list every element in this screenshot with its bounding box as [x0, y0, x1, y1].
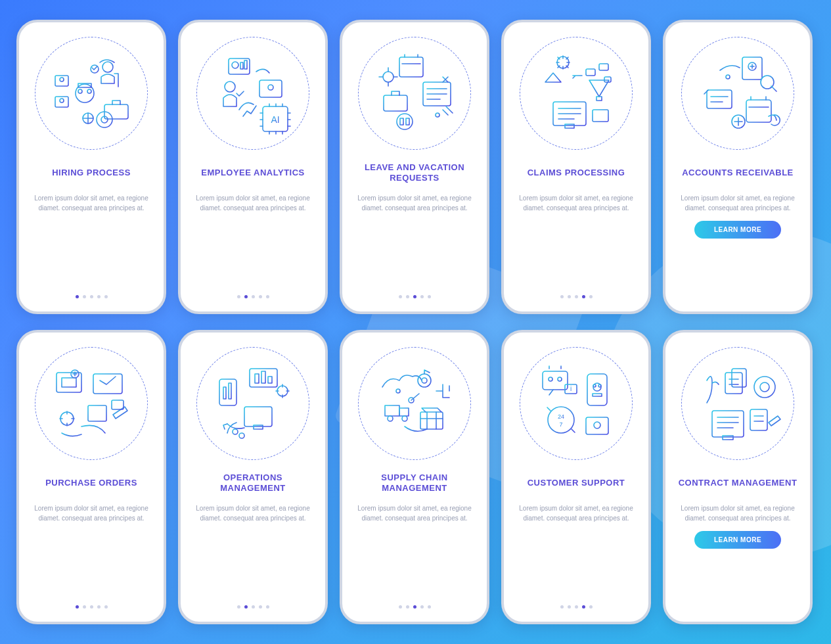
phone-screen: LEAVE AND VACATION REQUESTSLorem ipsum d… — [340, 20, 489, 314]
learn-more-button[interactable]: LEARN MORE — [694, 221, 781, 239]
screen-body-text: Lorem ipsum dolor sit amet, ea regione d… — [510, 503, 642, 523]
pagination-dot[interactable] — [575, 605, 578, 609]
svg-rect-35 — [599, 64, 608, 70]
phone-screen: AI EMPLOYEE ANALYTICSLorem ipsum dolor s… — [178, 20, 328, 314]
analytics-illustration-icon: AI — [196, 37, 309, 150]
pagination-dot[interactable] — [90, 295, 93, 298]
pagination-dot[interactable] — [399, 605, 402, 609]
pagination-dot[interactable] — [83, 295, 86, 298]
pagination-dot[interactable] — [76, 605, 79, 609]
screen-title: ACCOUNTS RECEIVABLE — [679, 162, 796, 184]
pagination-dot[interactable] — [266, 605, 269, 609]
pagination-dot[interactable] — [399, 295, 402, 298]
svg-rect-85 — [586, 417, 608, 434]
phone-screen: PURCHASE ORDERSLorem ipsum dolor sit ame… — [16, 330, 166, 624]
phone-screen: 247 i CUSTOMER SUPPORTLorem ipsum dolor … — [501, 330, 651, 624]
svg-rect-58 — [261, 371, 265, 383]
svg-point-79 — [593, 384, 596, 387]
phone-screen: OPERATIONS MANAGEMENTLorem ipsum dolor s… — [178, 330, 328, 624]
pagination-dot[interactable] — [237, 605, 240, 609]
pagination-dot[interactable] — [83, 605, 86, 609]
screen-body-text: Lorem ipsum dolor sit amet, ea regione d… — [187, 193, 319, 213]
pagination-dots — [399, 283, 431, 302]
pagination-dot[interactable] — [244, 295, 248, 298]
contract-illustration-icon — [681, 347, 794, 460]
screen-title: HIRING PROCESS — [49, 162, 133, 184]
pagination-dot[interactable] — [97, 295, 101, 298]
phone-screen: ACCOUNTS RECEIVABLELorem ipsum dolor sit… — [663, 20, 813, 314]
svg-point-70 — [388, 416, 393, 421]
pagination-dot[interactable] — [244, 605, 248, 609]
pagination-dot[interactable] — [560, 605, 564, 609]
accounts-illustration-icon — [681, 37, 794, 150]
pagination-dot[interactable] — [406, 605, 409, 609]
pagination-dot[interactable] — [97, 605, 101, 609]
pagination-dot[interactable] — [90, 605, 93, 609]
svg-text:24: 24 — [558, 413, 564, 420]
pagination-dot[interactable] — [582, 605, 585, 609]
svg-point-4 — [87, 89, 91, 93]
pagination-dot[interactable] — [76, 295, 79, 298]
pagination-dots — [560, 283, 593, 302]
svg-rect-21 — [240, 62, 243, 69]
screen-body-text: Lorem ipsum dolor sit amet, ea regione d… — [672, 193, 803, 213]
svg-rect-81 — [593, 394, 602, 396]
pagination-dot[interactable] — [589, 295, 593, 298]
pagination-dot[interactable] — [259, 605, 262, 609]
pagination-dot[interactable] — [252, 605, 255, 609]
svg-rect-50 — [88, 405, 106, 421]
pagination-dot[interactable] — [104, 295, 108, 298]
pagination-dot[interactable] — [568, 295, 571, 298]
screen-title: LEAVE AND VACATION REQUESTS — [349, 162, 480, 184]
screen-body-text: Lorem ipsum dolor sit amet, ea regione d… — [672, 503, 803, 523]
pagination-dot[interactable] — [413, 295, 416, 298]
svg-rect-38 — [593, 110, 608, 122]
screen-body-text: Lorem ipsum dolor sit amet, ea regione d… — [349, 503, 480, 523]
svg-point-29 — [383, 72, 393, 82]
svg-rect-68 — [385, 405, 399, 416]
pagination-dot[interactable] — [420, 295, 424, 298]
phone-screen: CLAIMS PROCESSINGLorem ipsum dolor sit a… — [501, 20, 651, 314]
svg-point-16 — [268, 85, 273, 90]
pagination-dot[interactable] — [428, 605, 431, 609]
learn-more-button[interactable]: LEARN MORE — [694, 531, 781, 549]
screen-title: CONTRACT MANAGEMENT — [676, 472, 800, 494]
pagination-dots — [399, 593, 431, 612]
pagination-dot[interactable] — [575, 295, 578, 298]
svg-point-26 — [397, 114, 413, 129]
purchase-illustration-icon — [35, 347, 148, 460]
svg-rect-59 — [268, 377, 272, 383]
svg-point-63 — [233, 429, 238, 434]
svg-rect-39 — [707, 90, 732, 108]
svg-point-67 — [422, 378, 427, 383]
pagination-dots — [237, 593, 269, 612]
phone-screen: HIRING PROCESSLorem ipsum dolor sit amet… — [16, 20, 166, 314]
svg-point-76 — [558, 377, 562, 381]
svg-point-80 — [598, 384, 601, 387]
svg-rect-47 — [62, 378, 76, 387]
phone-screen: CONTRACT MANAGEMENTLorem ipsum dolor sit… — [663, 330, 813, 624]
svg-rect-15 — [259, 80, 282, 97]
pagination-dot[interactable] — [560, 295, 564, 298]
screen-title: CUSTOMER SUPPORT — [525, 472, 628, 494]
pagination-dot[interactable] — [428, 295, 431, 298]
svg-rect-93 — [712, 411, 744, 437]
pagination-dot[interactable] — [406, 295, 409, 298]
pagination-dot[interactable] — [589, 605, 593, 609]
screen-title: EMPLOYEE ANALYTICS — [198, 162, 307, 184]
screen-body-text: Lorem ipsum dolor sit amet, ea regione d… — [26, 503, 157, 523]
svg-point-65 — [396, 389, 400, 393]
svg-text:7: 7 — [559, 421, 562, 428]
pagination-dot[interactable] — [413, 605, 416, 609]
svg-text:i: i — [570, 385, 572, 392]
pagination-dot[interactable] — [104, 605, 108, 609]
pagination-dot[interactable] — [568, 605, 571, 609]
pagination-dot[interactable] — [266, 295, 269, 298]
pagination-dot[interactable] — [237, 295, 240, 298]
pagination-dot[interactable] — [252, 295, 255, 298]
pagination-dot[interactable] — [259, 295, 262, 298]
svg-rect-32 — [565, 124, 574, 128]
svg-rect-89 — [725, 373, 742, 394]
pagination-dot[interactable] — [420, 605, 424, 609]
pagination-dot[interactable] — [582, 295, 585, 298]
